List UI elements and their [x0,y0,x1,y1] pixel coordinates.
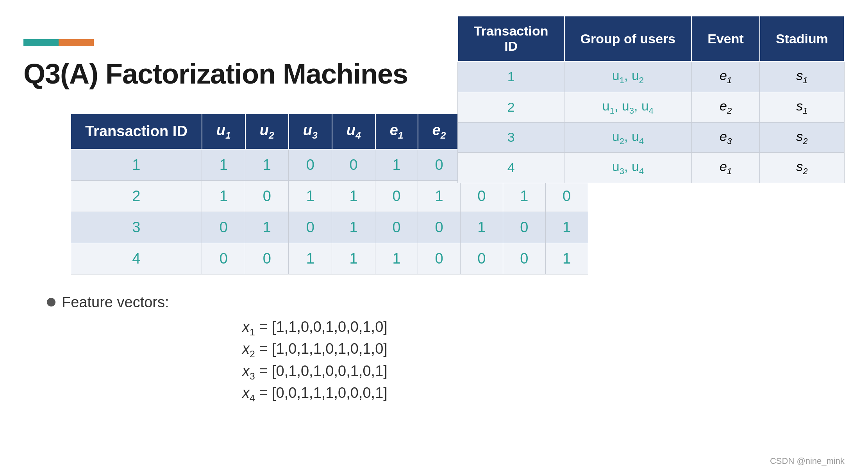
main-cell-4-e3: 0 [460,243,503,274]
main-header-e1: e1 [375,114,418,149]
top-table-header-group: Group of users [564,16,692,61]
main-cell-4-e2: 0 [418,243,461,274]
main-cell-2-e2: 1 [418,180,461,212]
main-header-u2: u2 [245,114,289,149]
main-cell-3-u2: 1 [245,212,289,243]
feature-label-row: Feature vectors: [47,294,845,311]
main-cell-1-u4: 0 [332,149,375,181]
main-cell-3-e1: 0 [375,212,418,243]
main-cell-1-u1: 1 [202,149,245,181]
main-cell-4-u1: 0 [202,243,245,274]
main-cell-1-e2: 0 [418,149,461,181]
top-table-cell-stadium-3: s2 [760,122,844,153]
top-table-cell-event-1: e1 [691,61,760,92]
main-cell-1-e1: 1 [375,149,418,181]
feature-vector-x1: x1 = [1,1,0,0,1,0,0,1,0] [242,319,845,338]
top-table-row-4: 4 u3, u4 e1 s2 [458,153,844,183]
top-table-cell-stadium-2: s1 [760,92,844,122]
page-container: TransactionID Group of users Event Stadi… [0,0,868,474]
feature-vector-x4: x4 = [0,0,1,1,1,0,0,0,1] [242,385,845,404]
top-table-cell-group-2: u1, u3, u4 [564,92,692,122]
main-cell-2-s1: 1 [503,180,545,212]
top-table-cell-event-4: e1 [691,153,760,183]
main-header-tid: Transaction ID [71,114,202,149]
main-cell-4-u2: 0 [245,243,289,274]
top-table-cell-tid-2: 2 [458,92,564,122]
main-cell-3-e2: 0 [418,212,461,243]
main-cell-tid-3: 3 [71,212,202,243]
main-cell-2-u3: 1 [289,180,332,212]
main-cell-2-e1: 0 [375,180,418,212]
main-cell-4-s2: 1 [545,243,588,274]
top-table-header-event: Event [691,16,760,61]
top-table-header-tid: TransactionID [458,16,564,61]
main-cell-1-u2: 1 [245,149,289,181]
top-table-cell-tid-1: 1 [458,61,564,92]
top-table-cell-tid-3: 3 [458,122,564,153]
feature-vector-x2: x2 = [1,0,1,1,0,1,0,1,0] [242,340,845,360]
main-cell-3-e3: 1 [460,212,503,243]
main-cell-4-u4: 1 [332,243,375,274]
main-cell-3-s2: 1 [545,212,588,243]
bullet-icon [47,298,55,306]
main-cell-2-e3: 0 [460,180,503,212]
main-cell-4-u3: 1 [289,243,332,274]
main-cell-3-u3: 0 [289,212,332,243]
main-cell-1-u3: 0 [289,149,332,181]
main-cell-4-e1: 1 [375,243,418,274]
color-bar-orange [59,39,94,46]
top-table-cell-stadium-1: s1 [760,61,844,92]
main-cell-4-s1: 0 [503,243,545,274]
main-header-u1: u1 [202,114,245,149]
top-table-header-stadium: Stadium [760,16,844,61]
main-table-row-3: 3 0 1 0 1 0 0 1 0 1 [71,212,588,243]
feature-vectors: x1 = [1,1,0,0,1,0,0,1,0] x2 = [1,0,1,1,0… [242,319,845,404]
feature-section: Feature vectors: x1 = [1,1,0,0,1,0,0,1,0… [47,294,845,404]
main-cell-2-s2: 0 [545,180,588,212]
main-cell-2-u1: 1 [202,180,245,212]
top-table-row-2: 2 u1, u3, u4 e2 s1 [458,92,844,122]
top-table-cell-group-4: u3, u4 [564,153,692,183]
main-cell-3-u4: 1 [332,212,375,243]
main-cell-3-s1: 0 [503,212,545,243]
main-cell-2-u4: 1 [332,180,375,212]
watermark: CSDN @nine_mink [770,456,845,466]
main-cell-2-u2: 0 [245,180,289,212]
main-cell-tid-1: 1 [71,149,202,181]
top-table-row-3: 3 u2, u4 e3 s2 [458,122,844,153]
top-table-cell-event-3: e3 [691,122,760,153]
color-bar-teal [23,39,59,46]
main-header-u4: u4 [332,114,375,149]
top-table-cell-stadium-4: s2 [760,153,844,183]
top-table-cell-group-1: u1, u2 [564,61,692,92]
main-cell-tid-4: 4 [71,243,202,274]
feature-label: Feature vectors: [62,294,169,311]
top-right-table: TransactionID Group of users Event Stadi… [457,16,845,183]
main-table-row-2: 2 1 0 1 1 0 1 0 1 0 [71,180,588,212]
top-right-table-wrapper: TransactionID Group of users Event Stadi… [457,16,845,183]
top-table-cell-tid-4: 4 [458,153,564,183]
main-cell-tid-2: 2 [71,180,202,212]
top-table-row-1: 1 u1, u2 e1 s1 [458,61,844,92]
feature-vector-x3: x3 = [0,1,0,1,0,0,1,0,1] [242,363,845,382]
top-table-cell-group-3: u2, u4 [564,122,692,153]
top-table-cell-event-2: e2 [691,92,760,122]
main-header-u3: u3 [289,114,332,149]
color-bar [23,39,94,46]
main-header-e2: e2 [418,114,461,149]
main-cell-3-u1: 0 [202,212,245,243]
main-table-row-4: 4 0 0 1 1 1 0 0 0 1 [71,243,588,274]
